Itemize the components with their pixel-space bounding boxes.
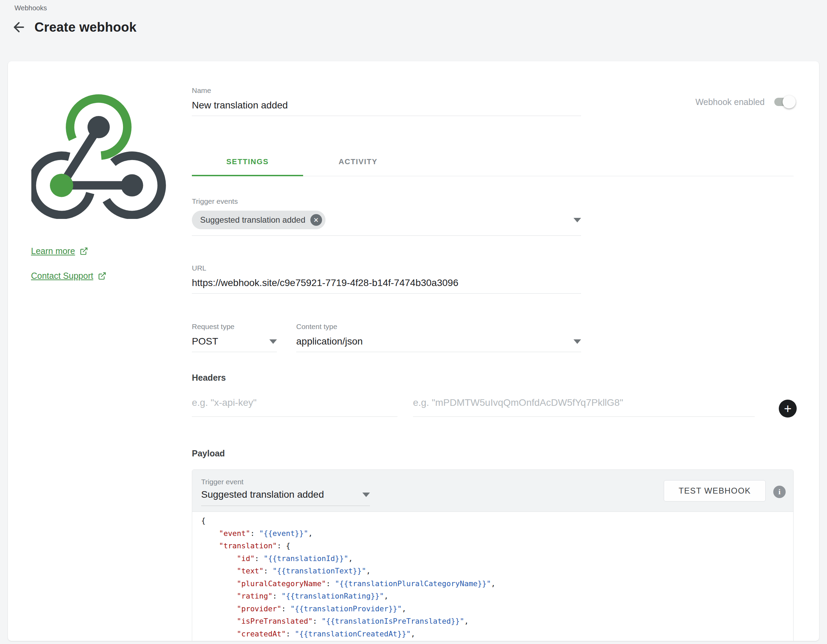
webhook-enabled-row: Webhook enabled [696, 94, 794, 109]
chevron-down-icon [574, 339, 581, 344]
headers-section-title: Headers [192, 373, 226, 383]
add-header-button[interactable]: + [779, 400, 797, 417]
external-link-icon [97, 272, 106, 280]
content-type-select[interactable]: application/json [296, 335, 581, 352]
content-type-value: application/json [296, 335, 363, 348]
create-webhook-card: Learn more Contact Support Name Webhook … [8, 61, 819, 641]
url-label: URL [192, 264, 581, 272]
chip-label: Suggested translation added [200, 215, 306, 225]
trigger-event-chip: Suggested translation added ✕ [192, 211, 326, 229]
chip-remove-icon[interactable]: ✕ [311, 214, 322, 226]
plus-icon: + [784, 402, 791, 415]
contact-support-label: Contact Support [31, 271, 94, 281]
payload-code-line: "event": "{{event}}", [201, 527, 793, 540]
url-input[interactable] [192, 277, 581, 294]
payload-code-line: "translation": { [201, 540, 793, 552]
info-icon[interactable]: i [773, 486, 786, 498]
webhook-enabled-toggle[interactable] [774, 98, 794, 106]
payload-trigger-event-select[interactable]: Suggested translation added [201, 488, 370, 506]
payload-code-line: "rating": "{{translationRating}}", [201, 590, 793, 603]
request-type-field: Request type POST [192, 322, 277, 352]
request-type-label: Request type [192, 322, 277, 331]
payload-code-line: "provider": "{{translationProvider}}", [201, 603, 793, 615]
url-field-group: URL [192, 264, 581, 294]
tab-settings[interactable]: SETTINGS [192, 147, 303, 176]
name-label: Name [192, 86, 581, 95]
breadcrumb[interactable]: Webhooks [14, 4, 47, 12]
page-title: Create webhook [34, 20, 136, 35]
name-field-group: Name [192, 86, 581, 116]
payload-trigger-event-value: Suggested translation added [201, 488, 324, 501]
payload-section-title: Payload [192, 448, 225, 459]
webhook-enabled-label: Webhook enabled [696, 97, 765, 107]
tab-bar: SETTINGS ACTIVITY [192, 147, 794, 176]
external-link-icon [79, 247, 88, 256]
name-input[interactable] [192, 99, 581, 116]
chevron-down-icon [362, 493, 370, 497]
payload-code-line: "isPreTranslated": "{{translationIsPreTr… [201, 615, 793, 628]
payload-code-line: "id": "{{translationId}}", [201, 552, 793, 565]
learn-more-link[interactable]: Learn more [31, 246, 88, 256]
content-type-field: Content type application/json [296, 322, 581, 352]
payload-code-line: { [201, 515, 793, 527]
payload-code-line: "createdAt": "{{translationCreatedAt}}", [201, 628, 793, 641]
back-arrow-icon [11, 20, 27, 35]
tab-activity[interactable]: ACTIVITY [303, 147, 413, 176]
toggle-knob [783, 95, 796, 109]
request-type-value: POST [192, 335, 218, 348]
webhook-logo-icon [31, 89, 169, 219]
payload-code-editor[interactable]: { "event": "{{event}}", "translation": {… [192, 512, 793, 640]
request-type-select[interactable]: POST [192, 335, 277, 352]
payload-trigger-event-label: Trigger event [201, 478, 243, 486]
content-type-label: Content type [296, 322, 581, 331]
test-webhook-button[interactable]: TEST WEBHOOK [664, 480, 766, 501]
chevron-down-icon [269, 339, 277, 344]
payload-editor: Trigger event Suggested translation adde… [192, 470, 794, 641]
page-header: Create webhook [10, 19, 136, 36]
back-button[interactable] [10, 19, 28, 36]
payload-code-line: "text": "{{translationText}}", [201, 565, 793, 577]
trigger-events-label: Trigger events [192, 197, 581, 206]
chevron-down-icon [574, 218, 581, 222]
contact-support-link[interactable]: Contact Support [31, 271, 106, 281]
trigger-events-select[interactable]: Suggested translation added ✕ [192, 211, 581, 236]
header-key-input[interactable] [192, 397, 398, 417]
trigger-events-field: Trigger events Suggested translation add… [192, 197, 581, 236]
learn-more-label: Learn more [31, 246, 75, 256]
payload-code-line: "pluralCategoryName": "{{translationPlur… [201, 577, 793, 590]
header-value-input[interactable] [413, 397, 755, 417]
payload-toolbar: Trigger event Suggested translation adde… [192, 470, 793, 512]
